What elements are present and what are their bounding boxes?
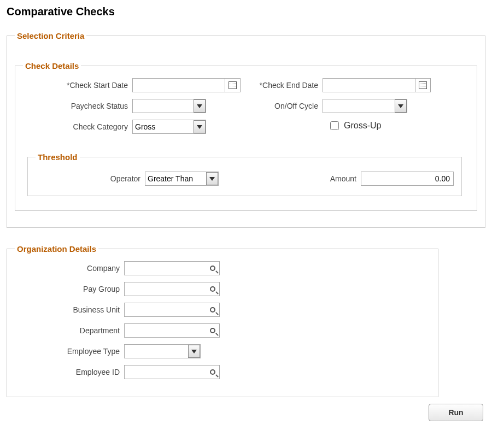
employee-id-input[interactable] xyxy=(124,365,220,379)
check-details-fieldset: Check Details Check Start Date Paycheck … xyxy=(15,61,477,211)
organization-details-fieldset: Organization Details Company Pay Group B… xyxy=(7,244,438,397)
business-unit-lookup-button[interactable] xyxy=(207,304,219,316)
employee-id-lookup-button[interactable] xyxy=(207,366,219,378)
organization-details-legend: Organization Details xyxy=(15,244,98,254)
selection-criteria-fieldset: Selection Criteria Check Details Check S… xyxy=(7,31,485,228)
employee-id-label: Employee ID xyxy=(15,368,124,376)
search-icon xyxy=(210,369,215,375)
selection-criteria-legend: Selection Criteria xyxy=(15,31,86,40)
chevron-down-icon xyxy=(398,104,403,108)
chevron-down-icon xyxy=(209,177,215,181)
chevron-down-icon xyxy=(197,104,202,108)
pay-group-label: Pay Group xyxy=(15,285,124,293)
pay-group-lookup-button[interactable] xyxy=(207,283,219,295)
department-lookup-button[interactable] xyxy=(207,325,219,337)
operator-label: Operator xyxy=(36,174,145,183)
calendar-icon xyxy=(229,81,237,89)
amount-input[interactable] xyxy=(361,172,454,186)
on-off-cycle-label: On/Off Cycle xyxy=(246,102,323,110)
check-category-label: Check Category xyxy=(23,122,132,131)
employee-type-dropdown-button[interactable] xyxy=(188,345,200,358)
check-details-legend: Check Details xyxy=(23,61,81,70)
search-icon xyxy=(210,266,215,271)
check-end-date-input[interactable] xyxy=(323,78,415,92)
calendar-icon xyxy=(419,81,427,89)
run-button[interactable]: Run xyxy=(429,404,483,421)
check-end-date-calendar-button[interactable] xyxy=(415,78,431,92)
pay-group-input[interactable] xyxy=(124,282,220,296)
paycheck-status-label: Paycheck Status xyxy=(23,102,132,110)
search-icon xyxy=(210,286,215,292)
chevron-down-icon xyxy=(191,350,197,353)
check-start-date-calendar-button[interactable] xyxy=(225,78,241,92)
company-input[interactable] xyxy=(124,261,220,275)
operator-dropdown-button[interactable] xyxy=(206,172,218,185)
employee-type-label: Employee Type xyxy=(15,347,124,356)
page-title: Comparative Checks xyxy=(7,5,485,18)
threshold-fieldset: Threshold Operator Amount xyxy=(27,152,462,196)
gross-up-checkbox[interactable] xyxy=(330,121,339,130)
on-off-cycle-dropdown-button[interactable] xyxy=(395,99,407,113)
check-start-date-label: Check Start Date xyxy=(23,81,132,90)
paycheck-status-dropdown-button[interactable] xyxy=(194,99,206,113)
amount-label: Amount xyxy=(219,174,361,183)
check-category-dropdown-button[interactable] xyxy=(194,120,206,133)
gross-up-label: Gross-Up xyxy=(344,121,381,131)
search-icon xyxy=(210,328,215,333)
search-icon xyxy=(210,307,215,313)
check-end-date-label: Check End Date xyxy=(246,81,323,90)
company-lookup-button[interactable] xyxy=(207,262,219,274)
department-label: Department xyxy=(15,326,124,335)
department-input[interactable] xyxy=(124,323,220,338)
check-start-date-input[interactable] xyxy=(132,78,225,92)
threshold-legend: Threshold xyxy=(36,152,80,162)
chevron-down-icon xyxy=(197,125,202,129)
business-unit-input[interactable] xyxy=(124,303,220,317)
company-label: Company xyxy=(15,264,124,273)
business-unit-label: Business Unit xyxy=(15,305,124,314)
